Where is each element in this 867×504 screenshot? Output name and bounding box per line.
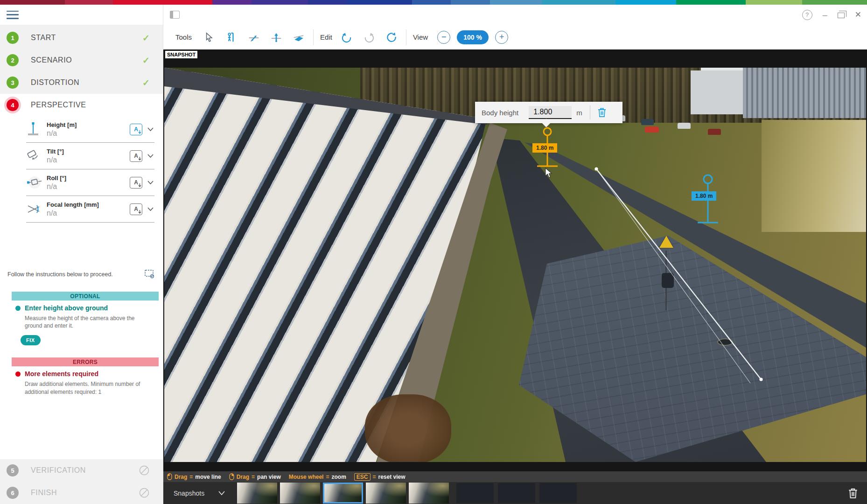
chevron-down-icon[interactable]: [147, 181, 154, 184]
field-focal-length[interactable]: Focal length [mm] n/a A: [26, 196, 154, 223]
close-icon[interactable]: ✕: [855, 10, 861, 20]
body-height-label: Body height: [482, 109, 518, 117]
measurement-overlay: [164, 68, 866, 462]
snapshots-label[interactable]: Snapshots: [174, 490, 204, 497]
camera-snapshot[interactable]: 1.80 m 1.80 m Body height m: [164, 68, 866, 462]
instructions-settings-icon[interactable]: [144, 269, 155, 280]
chevron-down-icon[interactable]: [218, 491, 225, 495]
snapshot-thumbnail-selected[interactable]: [323, 483, 363, 504]
reset-button[interactable]: [384, 29, 399, 45]
undo-button[interactable]: [339, 29, 355, 45]
auto-badge[interactable]: A: [130, 177, 142, 189]
ground-plane-tool-button[interactable]: [291, 29, 307, 45]
fix-button[interactable]: FIX: [21, 335, 41, 345]
error-description: Draw additional elements. Minimum number…: [25, 380, 152, 395]
sidebar-header: [0, 5, 163, 25]
calibration-canvas[interactable]: SNAPSHOT: [163, 49, 867, 471]
field-tilt[interactable]: Tilt [°] n/a A: [26, 143, 154, 169]
step-number-badge: 2: [7, 54, 19, 66]
measurement-label-blue[interactable]: 1.80 m: [692, 191, 716, 201]
snapshot-thumbnail[interactable]: [366, 483, 406, 504]
chevron-down-icon[interactable]: [147, 154, 154, 158]
auto-badge[interactable]: A: [130, 124, 142, 135]
hint-zoom: Mouse wheel = zoom: [289, 474, 346, 480]
check-icon: ✓: [142, 77, 150, 88]
redo-button[interactable]: [361, 29, 377, 45]
hint-action: reset view: [378, 474, 406, 480]
step-start[interactable]: 1 START ✓: [0, 27, 163, 49]
chevron-down-icon[interactable]: [147, 127, 154, 131]
body-height-popup: Body height m: [475, 102, 622, 123]
step-label: START: [31, 34, 56, 42]
roll-icon: [26, 175, 43, 190]
toolbar-divider: [406, 29, 406, 45]
check-icon: ✓: [142, 55, 150, 66]
snapshot-thumbnail[interactable]: [409, 483, 449, 504]
menu-icon[interactable]: [7, 10, 21, 20]
optional-description: Measure the height of the camera above t…: [25, 315, 152, 329]
tilt-icon: [26, 148, 43, 164]
chevron-down-icon[interactable]: [147, 207, 154, 211]
hint-eq: =: [252, 474, 255, 480]
minimize-icon[interactable]: –: [823, 13, 827, 17]
step-scenario[interactable]: 2 SCENARIO ✓: [0, 49, 163, 71]
vertical-line-tool-button[interactable]: [268, 29, 284, 45]
hint-action: pan view: [257, 474, 281, 480]
measurement-label-orange[interactable]: 1.80 m: [532, 143, 557, 153]
step-label: VERIFICATION: [31, 466, 86, 475]
snapshot-tag: SNAPSHOT: [165, 51, 197, 58]
empty-snapshot-slot: [498, 483, 535, 503]
brand-stripe: [0, 0, 867, 5]
step-distortion[interactable]: 3 DISTORTION ✓: [0, 71, 163, 94]
optional-banner: OPTIONAL: [12, 292, 159, 301]
step-verification[interactable]: 5 VERIFICATION: [0, 459, 163, 482]
prohibited-icon: [139, 487, 150, 498]
field-height[interactable]: Height [m] n/a A: [26, 116, 154, 143]
restore-window-icon[interactable]: [838, 13, 845, 18]
hint-eq: =: [373, 474, 376, 480]
error-bullet-icon: [15, 371, 21, 377]
person-height-tool-button[interactable]: [224, 29, 239, 45]
snapshot-thumbnail[interactable]: [237, 483, 277, 504]
step-label: SCENARIO: [31, 56, 72, 64]
hint-key: Mouse wheel: [289, 474, 324, 480]
ground-line[interactable]: [596, 169, 761, 379]
ground-line-endpoint[interactable]: [759, 378, 762, 381]
zoom-level-badge[interactable]: 100 %: [457, 30, 489, 44]
field-label: Tilt [°]: [47, 148, 64, 155]
step-number-badge: 5: [7, 464, 19, 476]
select-tool-button[interactable]: [201, 29, 217, 45]
empty-snapshot-slot: [456, 483, 494, 503]
auto-badge[interactable]: A: [130, 203, 142, 215]
snapshot-thumbnail[interactable]: [280, 483, 320, 504]
ground-line-endpoint[interactable]: [594, 167, 598, 170]
step-number-badge: 3: [7, 77, 19, 89]
hint-key: Drag: [175, 474, 187, 480]
step-number-badge: 4: [7, 99, 19, 111]
errors-banner: ERRORS: [12, 357, 159, 366]
toolbar-divider: [313, 29, 314, 45]
step-label: FINISH: [31, 489, 57, 497]
sidebar-toggle-icon[interactable]: [170, 11, 180, 19]
zoom-out-button[interactable]: −: [437, 31, 450, 44]
zoom-in-button[interactable]: +: [495, 31, 508, 44]
help-icon[interactable]: ?: [802, 10, 812, 20]
body-height-input[interactable]: [529, 106, 572, 119]
check-icon: ✓: [142, 33, 150, 43]
delete-element-icon[interactable]: [597, 107, 607, 118]
step-perspective[interactable]: 4 PERSPECTIVE: [0, 94, 163, 116]
view-label: View: [413, 33, 428, 41]
ground-line[interactable]: [596, 169, 750, 383]
step-finish[interactable]: 6 FINISH: [0, 482, 163, 504]
field-value: n/a: [47, 129, 77, 138]
auto-badge[interactable]: A: [130, 150, 142, 162]
popup-divider: [590, 105, 590, 119]
step-label: DISTORTION: [31, 78, 79, 87]
field-roll[interactable]: Roll [°] n/a A: [26, 169, 154, 196]
step-label: PERSPECTIVE: [31, 101, 86, 109]
toolbar: Tools Edit: [163, 25, 867, 49]
optional-card: OPTIONAL Enter height above ground Measu…: [12, 292, 159, 345]
step-number-badge: 1: [7, 32, 19, 44]
delete-snapshot-icon[interactable]: [847, 487, 859, 499]
ground-line-tool-button[interactable]: [246, 29, 262, 45]
